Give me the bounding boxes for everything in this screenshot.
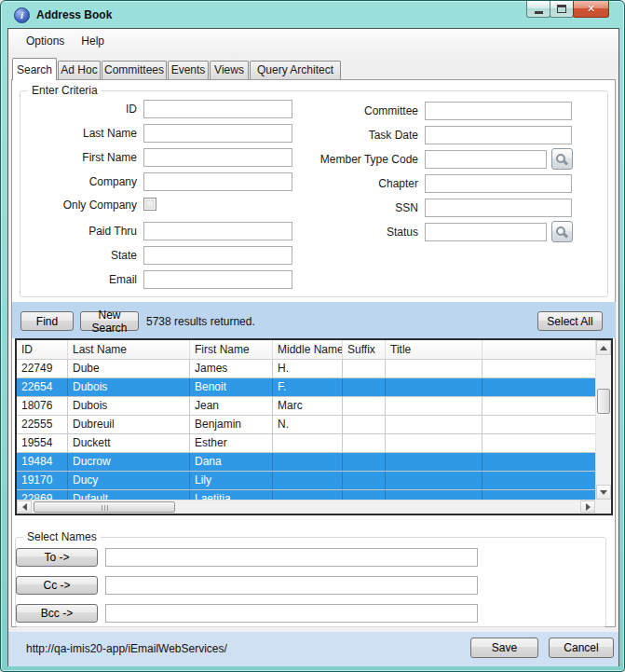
tab-ad-hoc[interactable]: Ad Hoc bbox=[58, 61, 101, 79]
to-button[interactable]: To -> bbox=[16, 548, 98, 567]
tab-events[interactable]: Events bbox=[168, 61, 209, 79]
cell-last-name: Dube bbox=[68, 360, 190, 377]
select-all-button[interactable]: Select All bbox=[537, 311, 603, 331]
menu-options[interactable]: Options bbox=[18, 31, 73, 51]
status-lookup-button[interactable] bbox=[551, 221, 573, 242]
menu-help[interactable]: Help bbox=[73, 31, 113, 51]
table-row[interactable]: 19554 Duckett Esther bbox=[17, 434, 595, 453]
scroll-right-button[interactable] bbox=[580, 501, 595, 513]
cell-suffix bbox=[343, 397, 386, 415]
cell-first-name: Esther bbox=[190, 434, 273, 452]
bcc-field[interactable] bbox=[105, 604, 478, 623]
column-header-first-name[interactable]: First Name bbox=[190, 340, 273, 359]
cell-title bbox=[386, 360, 482, 377]
cell-last-name: Dubois bbox=[68, 378, 190, 396]
member-type-code-field[interactable] bbox=[425, 150, 547, 169]
cell-title bbox=[386, 453, 482, 471]
tab-views[interactable]: Views bbox=[210, 61, 249, 79]
web-service-url: http://qa-imis20-app/iEmailWebServices/ bbox=[26, 642, 227, 655]
column-header-title[interactable]: Title bbox=[386, 340, 482, 359]
cell-title bbox=[386, 472, 482, 489]
horizontal-scrollbar[interactable] bbox=[17, 500, 595, 514]
tab-search[interactable]: Search bbox=[12, 58, 57, 80]
table-row[interactable]: 22654 Dubois Benoit F. bbox=[17, 378, 595, 397]
status-field[interactable] bbox=[425, 223, 547, 241]
save-button[interactable]: Save bbox=[470, 638, 538, 658]
cell-id: 18076 bbox=[17, 397, 68, 415]
arrow-up-icon bbox=[600, 346, 607, 350]
scroll-left-button[interactable] bbox=[17, 501, 32, 513]
cell-filler bbox=[482, 472, 595, 489]
enter-criteria-legend: Enter Criteria bbox=[28, 84, 102, 97]
table-row[interactable]: 22749 Dube James H. bbox=[17, 360, 595, 378]
cc-field[interactable] bbox=[105, 576, 478, 595]
first-name-field[interactable] bbox=[143, 148, 292, 167]
cell-middle-name: Marc bbox=[273, 397, 343, 415]
only-company-checkbox[interactable] bbox=[143, 198, 156, 211]
cancel-button[interactable]: Cancel bbox=[549, 638, 614, 658]
to-field[interactable] bbox=[105, 548, 478, 567]
column-header-middle-name[interactable]: Middle Name bbox=[273, 340, 343, 359]
new-search-button[interactable]: New Search bbox=[80, 311, 139, 331]
vertical-scrollbar[interactable] bbox=[595, 340, 611, 500]
tab-committees[interactable]: Committees bbox=[102, 61, 167, 79]
member-type-code-lookup-button[interactable] bbox=[551, 148, 573, 170]
menu-bar: Options Help bbox=[8, 29, 618, 53]
table-body: 22749 Dube James H. 22654 Dubois Benoit … bbox=[17, 360, 595, 500]
horizontal-scrollbar-thumb[interactable] bbox=[34, 501, 175, 513]
cell-title bbox=[386, 434, 482, 452]
select-names-legend: Select Names bbox=[23, 530, 101, 543]
minimize-button[interactable] bbox=[526, 1, 550, 18]
cell-id: 19170 bbox=[17, 472, 68, 489]
vertical-scrollbar-thumb[interactable] bbox=[597, 389, 610, 414]
state-label: State bbox=[1, 249, 137, 262]
status-label: Status bbox=[280, 226, 418, 239]
column-header-id[interactable]: ID bbox=[17, 340, 68, 359]
task-date-field[interactable] bbox=[425, 126, 572, 144]
table-row[interactable]: 19484 Ducrow Dana bbox=[17, 453, 595, 472]
cell-middle-name bbox=[273, 490, 343, 500]
column-header-suffix[interactable]: Suffix bbox=[343, 340, 386, 359]
id-field[interactable] bbox=[143, 100, 292, 118]
table-row[interactable]: 18076 Dubois Jean Marc bbox=[17, 397, 595, 416]
cell-middle-name: H. bbox=[273, 360, 343, 377]
member-type-code-label: Member Type Code bbox=[280, 153, 418, 166]
column-header-last-name[interactable]: Last Name bbox=[68, 340, 190, 359]
cell-title bbox=[386, 378, 482, 396]
table-row[interactable]: 22869 Dufault Laetitia bbox=[17, 490, 595, 500]
cc-button[interactable]: Cc -> bbox=[16, 576, 98, 595]
table-row[interactable]: 19170 Ducy Lily bbox=[17, 472, 595, 490]
window-title: Address Book bbox=[36, 8, 112, 21]
table-row[interactable]: 22555 Dubreuil Benjamin N. bbox=[17, 416, 595, 434]
last-name-field[interactable] bbox=[143, 124, 292, 143]
company-field[interactable] bbox=[143, 172, 292, 191]
cell-last-name: Duckett bbox=[68, 434, 190, 452]
chapter-field[interactable] bbox=[425, 174, 572, 193]
cell-filler bbox=[482, 490, 595, 500]
cell-id: 19554 bbox=[17, 434, 68, 452]
cell-filler bbox=[482, 416, 595, 433]
only-company-label: Only Company bbox=[1, 199, 137, 212]
cell-title bbox=[386, 397, 482, 415]
scroll-up-button[interactable] bbox=[596, 340, 611, 355]
maximize-button[interactable] bbox=[550, 1, 574, 18]
find-button[interactable]: Find bbox=[20, 311, 74, 331]
cell-first-name: Laetitia bbox=[190, 490, 273, 500]
tab-query-architect[interactable]: Query Architect bbox=[250, 61, 341, 79]
close-button[interactable]: ✕ bbox=[573, 1, 609, 18]
cell-suffix bbox=[343, 416, 386, 433]
scroll-down-button[interactable] bbox=[596, 485, 611, 500]
email-field[interactable] bbox=[143, 270, 292, 289]
state-field[interactable] bbox=[143, 246, 292, 265]
paid-thru-field[interactable] bbox=[143, 222, 292, 240]
cell-id: 22869 bbox=[17, 490, 68, 500]
committee-field[interactable] bbox=[425, 102, 572, 120]
results-table: ID Last Name First Name Middle Name Suff… bbox=[15, 338, 613, 515]
email-label: Email bbox=[1, 273, 137, 286]
ssn-field[interactable] bbox=[425, 199, 572, 217]
cell-suffix bbox=[343, 378, 386, 396]
cell-filler bbox=[482, 434, 595, 452]
bcc-button[interactable]: Bcc -> bbox=[16, 604, 98, 623]
cell-suffix bbox=[343, 360, 386, 377]
magnifier-icon bbox=[556, 226, 565, 236]
